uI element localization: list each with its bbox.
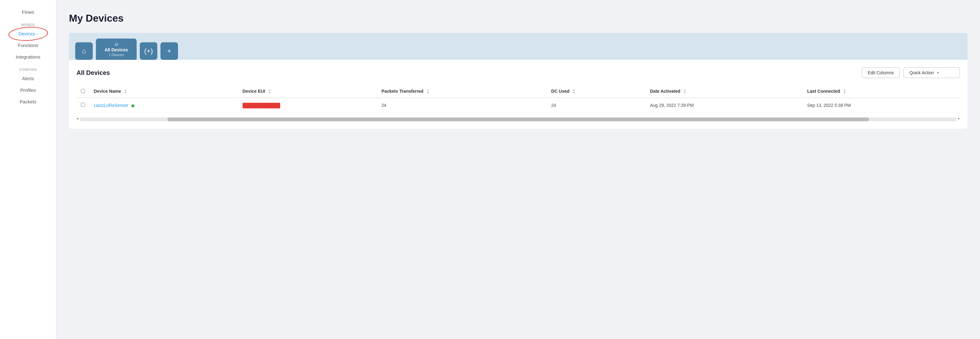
sidebar: Flows NODES Devices ‹ Functions Integrat…: [0, 0, 56, 339]
sidebar-item-alerts[interactable]: Alerts: [0, 73, 56, 84]
horizontal-scrollbar[interactable]: ◂ ▸: [76, 116, 960, 121]
scroll-track[interactable]: [80, 118, 957, 121]
table-header-row: All Devices Edit Columns Quick Action ▾: [76, 67, 960, 78]
all-devices-tab-count: 1 Devices: [109, 53, 124, 57]
add-tab-button[interactable]: +: [161, 42, 178, 60]
last-connected-cell: Sep 13, 2022 5:38 PM: [803, 98, 960, 113]
device-eui-redacted: [243, 103, 280, 108]
table-row: LazizLoRaSensor 24 24 Aug 29, 2022 7:39 …: [76, 98, 960, 113]
sort-device-name-icon: ▲▼: [124, 89, 127, 94]
sort-packets-icon: ▲▼: [426, 89, 430, 94]
multicast-tab-button[interactable]: (+): [140, 42, 158, 60]
all-devices-tab-button[interactable]: 🗂 All Devices 1 Devices: [96, 38, 137, 60]
plus-icon: +: [167, 47, 172, 55]
page-title: My Devices: [69, 13, 967, 24]
scroll-thumb[interactable]: [167, 118, 869, 121]
devices-table: Device Name ▲▼ Device EUI ▲▼ Packets Tra…: [76, 86, 960, 113]
folder-icon: 🗂: [115, 42, 118, 46]
sidebar-item-flows[interactable]: Flows: [0, 6, 56, 18]
quick-action-label: Quick Action: [910, 70, 934, 75]
table-section: All Devices Edit Columns Quick Action ▾ …: [69, 60, 967, 129]
devices-label: Devices: [19, 31, 35, 37]
sidebar-item-integrations[interactable]: Integrations: [0, 51, 56, 63]
sort-dc-icon: ▲▼: [573, 89, 575, 94]
select-all-header[interactable]: [76, 86, 89, 98]
chevron-down-icon: ▾: [937, 70, 939, 75]
main-content: My Devices ⌂ 🗂 All Devices 1 Devices (+)…: [56, 0, 980, 339]
table-section-title: All Devices: [76, 69, 110, 76]
scroll-right-arrow[interactable]: ▸: [958, 116, 960, 121]
col-date-activated[interactable]: Date Activated ▲▼: [646, 86, 803, 98]
home-tab-button[interactable]: ⌂: [75, 42, 93, 60]
date-activated-cell: Aug 29, 2022 7:39 PM: [646, 98, 803, 113]
table-actions: Edit Columns Quick Action ▾: [862, 67, 960, 78]
sidebar-item-profiles[interactable]: Profiles: [0, 84, 56, 96]
sort-date-activated-icon: ▲▼: [684, 89, 686, 94]
sort-device-eui-icon: ▲▼: [268, 89, 271, 94]
col-device-name[interactable]: Device Name ▲▼: [89, 86, 238, 98]
sort-last-connected-icon: ▲▼: [843, 89, 846, 94]
dc-used-cell: 24: [547, 98, 646, 113]
table-header-row-element: Device Name ▲▼ Device EUI ▲▼ Packets Tra…: [76, 86, 960, 98]
chevron-left-icon: ‹: [37, 31, 38, 36]
select-all-checkbox[interactable]: [81, 89, 85, 93]
all-devices-tab-label: All Devices: [105, 47, 128, 53]
configs-section-label: CONFIGS: [0, 63, 56, 73]
edit-columns-button[interactable]: Edit Columns: [862, 67, 900, 78]
quick-action-button[interactable]: Quick Action ▾: [904, 67, 960, 78]
sidebar-item-devices[interactable]: Devices ‹: [0, 28, 56, 40]
home-icon: ⌂: [82, 47, 86, 55]
scroll-left-arrow[interactable]: ◂: [76, 116, 78, 121]
row-checkbox[interactable]: [81, 103, 85, 107]
multicast-icon: (+): [144, 47, 153, 55]
sidebar-item-packets[interactable]: Packets: [0, 96, 56, 107]
col-device-eui[interactable]: Device EUI ▲▼: [238, 86, 377, 98]
col-packets-transferred[interactable]: Packets Transferred ▲▼: [377, 86, 547, 98]
tabs-bar: ⌂ 🗂 All Devices 1 Devices (+) +: [69, 33, 967, 60]
device-eui-cell: [238, 98, 377, 113]
col-last-connected[interactable]: Last Connected ▲▼: [803, 86, 960, 98]
col-dc-used[interactable]: DC Used ▲▼: [547, 86, 646, 98]
sidebar-item-functions[interactable]: Functions: [0, 40, 56, 51]
nodes-section-label: NODES: [0, 18, 56, 28]
device-name-cell: LazizLoRaSensor: [89, 98, 238, 113]
packets-transferred-cell: 24: [377, 98, 547, 113]
row-checkbox-cell[interactable]: [76, 98, 89, 113]
status-online-dot: [131, 104, 134, 107]
device-name-link[interactable]: LazizLoRaSensor: [94, 103, 129, 108]
